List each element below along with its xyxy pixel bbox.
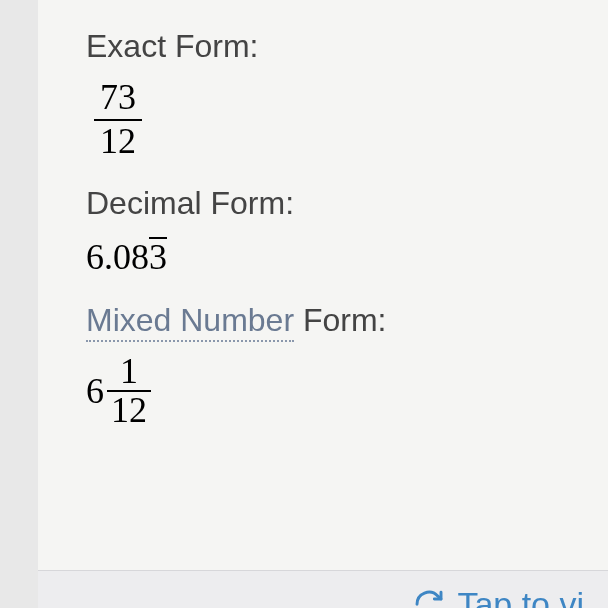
exact-form-label: Exact Form: <box>86 28 560 65</box>
footer-link-text: Tap to vi <box>457 585 584 608</box>
mixed-number-link[interactable]: Mixed Number <box>86 302 294 342</box>
mixed-fraction: 1 12 <box>107 353 151 431</box>
decimal-repeating: 3 <box>149 237 167 274</box>
footer-bar: Tap to vi <box>38 570 608 608</box>
decimal-form-label: Decimal Form: <box>86 185 560 222</box>
decimal-form-value: 6.083 <box>86 236 560 278</box>
exact-denominator: 12 <box>94 121 142 161</box>
mixed-form-label: Mixed Number Form: <box>86 302 560 339</box>
mixed-form-value: 6 1 12 <box>86 353 560 431</box>
exact-form-value: 73 12 <box>86 79 560 161</box>
mixed-denominator: 12 <box>107 392 151 430</box>
refresh-icon <box>413 588 445 608</box>
tap-to-view-link[interactable]: Tap to vi <box>413 585 584 608</box>
mixed-numerator: 1 <box>107 353 151 393</box>
mixed-whole: 6 <box>86 370 104 412</box>
decimal-leading: 6.08 <box>86 237 149 277</box>
exact-numerator: 73 <box>94 79 142 121</box>
solution-panel: Exact Form: 73 12 Decimal Form: 6.083 Mi… <box>38 0 608 570</box>
exact-fraction: 73 12 <box>94 79 142 161</box>
mixed-label-suffix: Form: <box>294 302 386 338</box>
